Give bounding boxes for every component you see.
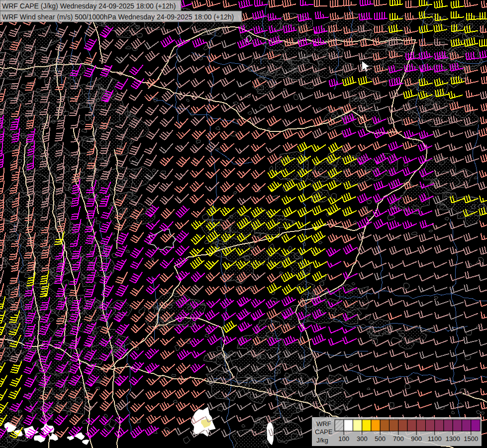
- svg-text:WRF CAPE (J/kg) Wednesday 24-0: WRF CAPE (J/kg) Wednesday 24-09-2025 18:…: [2, 2, 176, 10]
- svg-text:1500: 1500: [464, 435, 478, 443]
- svg-text:500: 500: [375, 435, 386, 443]
- svg-text:WRF: WRF: [316, 420, 331, 428]
- svg-text:J/kg: J/kg: [316, 437, 328, 444]
- svg-text:CAPE: CAPE: [315, 428, 333, 436]
- svg-text:1300: 1300: [446, 435, 460, 443]
- svg-text:WRF Wind shear (m/s) 500/1000h: WRF Wind shear (m/s) 500/1000hPa Wednesd…: [2, 13, 234, 21]
- svg-text:300: 300: [357, 435, 368, 443]
- svg-text:1100: 1100: [428, 435, 442, 443]
- svg-text:100: 100: [338, 435, 349, 443]
- svg-text:900: 900: [411, 435, 422, 443]
- svg-text:700: 700: [393, 435, 404, 443]
